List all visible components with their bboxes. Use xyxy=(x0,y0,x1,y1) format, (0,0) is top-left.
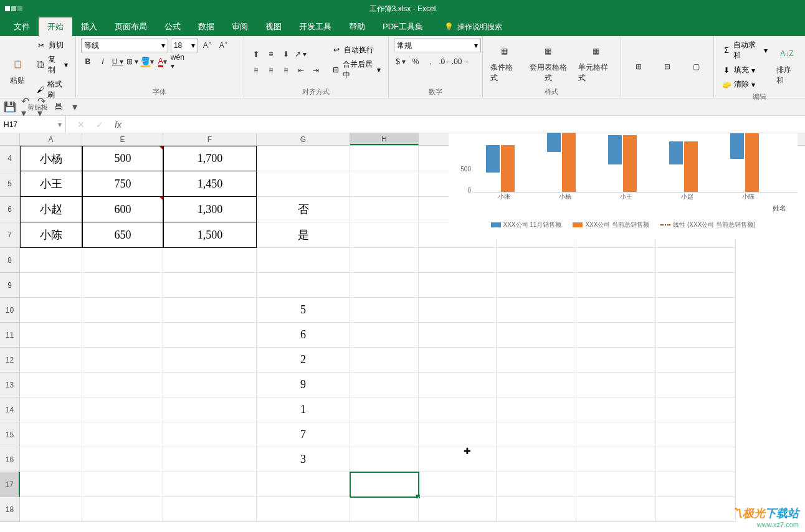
cell-G15[interactable]: 7 xyxy=(257,422,350,447)
cell-H10[interactable] xyxy=(350,298,419,323)
cell-I17[interactable] xyxy=(419,472,497,497)
cell-K8[interactable] xyxy=(576,248,656,273)
cell-E7[interactable]: 650 xyxy=(82,222,163,248)
cell-G8[interactable] xyxy=(257,248,350,273)
cell-H15[interactable] xyxy=(350,422,419,447)
cell-I18[interactable] xyxy=(419,497,497,522)
delete-cell-button[interactable]: ⊟ xyxy=(655,55,680,79)
cancel-icon[interactable]: ✕ xyxy=(77,120,85,130)
cell-L15[interactable] xyxy=(656,422,736,447)
row-header-18[interactable]: 18 xyxy=(0,497,20,522)
cell-F8[interactable] xyxy=(163,248,257,273)
cell-K11[interactable] xyxy=(576,323,656,348)
cell-G18[interactable] xyxy=(257,497,350,522)
undo-icon[interactable]: ↶ ▾ xyxy=(21,102,31,112)
cell-H12[interactable] xyxy=(350,348,419,373)
cell-L14[interactable] xyxy=(656,397,736,422)
row-header-17[interactable]: 17 xyxy=(0,472,20,497)
cell-E10[interactable] xyxy=(82,298,163,323)
cell-L10[interactable] xyxy=(656,298,736,323)
cell-I15[interactable] xyxy=(419,422,497,447)
cell-A18[interactable] xyxy=(20,497,82,522)
phonetic-button[interactable]: wén ▾ xyxy=(171,55,184,69)
indent-inc-button[interactable]: ⇥ xyxy=(309,64,323,77)
confirm-icon[interactable]: ✓ xyxy=(96,120,103,130)
table-format-button[interactable]: ▦套用表格格式 xyxy=(525,40,572,85)
increase-font-button[interactable]: A˄ xyxy=(201,39,214,52)
qat-dropdown-icon[interactable]: ▾ xyxy=(70,102,80,112)
cell-G4[interactable] xyxy=(257,146,350,171)
row-header-5[interactable]: 5 xyxy=(0,171,20,197)
cell-F7[interactable]: 1,500 xyxy=(163,222,257,248)
row-header-4[interactable]: 4 xyxy=(0,146,20,171)
cell-E17[interactable] xyxy=(82,472,163,497)
cell-E13[interactable] xyxy=(82,373,163,397)
cell-K10[interactable] xyxy=(576,298,656,323)
cell-I16[interactable] xyxy=(419,447,497,472)
bar-blue-1[interactable] xyxy=(547,133,561,152)
cell-I13[interactable] xyxy=(419,373,497,397)
bar-orange-3[interactable] xyxy=(684,141,698,192)
autosum-button[interactable]: Σ自动求和 ▾ xyxy=(719,39,769,62)
cell-H16[interactable] xyxy=(350,447,419,472)
fill-color-button[interactable]: 🪣 ▾ xyxy=(141,55,155,69)
cell-F16[interactable] xyxy=(163,447,257,472)
cell-F15[interactable] xyxy=(163,422,257,447)
cell-E4[interactable]: 500 xyxy=(82,146,163,171)
cell-L17[interactable] xyxy=(656,472,736,497)
align-center-button[interactable]: ≡ xyxy=(264,64,278,77)
cell-G11[interactable]: 6 xyxy=(257,323,350,348)
cell-K9[interactable] xyxy=(576,273,656,298)
indent-dec-button[interactable]: ⇤ xyxy=(294,64,308,77)
cell-H11[interactable] xyxy=(350,323,419,348)
font-color-button[interactable]: A ▾ xyxy=(156,55,169,69)
formula-input[interactable] xyxy=(133,116,805,133)
border-button[interactable]: ⊞ ▾ xyxy=(126,55,140,69)
cell-E18[interactable] xyxy=(82,497,163,522)
currency-button[interactable]: $ ▾ xyxy=(394,55,407,69)
tab-layout[interactable]: 页面布局 xyxy=(106,17,156,36)
bar-orange-1[interactable] xyxy=(562,133,576,192)
merge-center-button[interactable]: ⊟合并后居中 ▾ xyxy=(329,58,383,82)
cell-K13[interactable] xyxy=(576,373,656,397)
cell-A17[interactable] xyxy=(20,472,82,497)
bar-blue-2[interactable] xyxy=(608,135,622,164)
cell-J12[interactable] xyxy=(497,348,576,373)
cell-E5[interactable]: 750 xyxy=(82,171,163,197)
cell-E14[interactable] xyxy=(82,397,163,422)
tab-formula[interactable]: 公式 xyxy=(156,17,189,36)
align-middle-button[interactable]: ≡ xyxy=(264,47,278,61)
bold-button[interactable]: B xyxy=(81,55,95,69)
select-all-corner[interactable] xyxy=(0,133,20,145)
row-header-9[interactable]: 9 xyxy=(0,273,20,298)
font-size-combo[interactable]: 18▾ xyxy=(171,39,198,52)
cell-J9[interactable] xyxy=(497,273,576,298)
bar-blue-0[interactable] xyxy=(486,145,500,173)
tab-review[interactable]: 审阅 xyxy=(223,17,257,36)
fill-button[interactable]: ⬇填充 ▾ xyxy=(719,64,769,77)
cell-H18[interactable] xyxy=(350,497,419,522)
clear-button[interactable]: 🧽清除 ▾ xyxy=(719,78,769,91)
cell-G6[interactable]: 否 xyxy=(257,197,350,222)
tab-help[interactable]: 帮助 xyxy=(340,17,374,36)
cell-A4[interactable]: 小杨 xyxy=(20,146,82,171)
cell-A10[interactable] xyxy=(20,298,82,323)
percent-button[interactable]: % xyxy=(409,55,422,69)
print-icon[interactable]: 🖶 xyxy=(54,102,64,112)
col-header-E[interactable]: E xyxy=(82,133,163,145)
cell-G13[interactable]: 9 xyxy=(257,373,350,397)
cell-I8[interactable] xyxy=(419,248,497,273)
row-header-16[interactable]: 16 xyxy=(0,447,20,472)
name-box[interactable]: H17▾ xyxy=(0,116,66,133)
bar-blue-3[interactable] xyxy=(669,141,683,165)
cell-F10[interactable] xyxy=(163,298,257,323)
fx-icon[interactable]: fx xyxy=(115,120,121,130)
cell-F12[interactable] xyxy=(163,348,257,373)
cell-A11[interactable] xyxy=(20,323,82,348)
cell-A7[interactable]: 小陈 xyxy=(20,222,82,248)
bar-blue-4[interactable] xyxy=(730,133,744,159)
bar-orange-4[interactable] xyxy=(745,133,759,192)
bar-orange-0[interactable] xyxy=(501,145,515,192)
tab-data[interactable]: 数据 xyxy=(189,17,223,36)
cell-H7[interactable] xyxy=(350,222,419,248)
